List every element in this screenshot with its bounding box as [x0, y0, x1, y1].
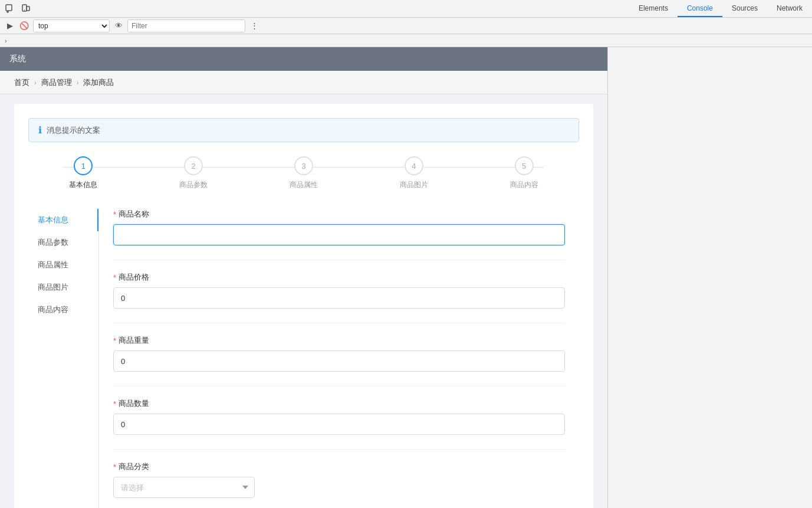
devtools-bar3: › — [0, 34, 812, 47]
field-price: * 商品价格 — [113, 272, 565, 309]
steps: 1 基本信息 2 商品参数 3 — [28, 156, 579, 190]
input-price[interactable] — [113, 287, 565, 309]
app-titlebar: 系统 — [0, 47, 607, 71]
label-name: * 商品名称 — [113, 209, 565, 219]
field-name: * 商品名称 — [113, 209, 565, 245]
label-price: * 商品价格 — [113, 272, 565, 283]
svg-rect-0 — [6, 5, 12, 11]
svg-rect-4 — [27, 6, 29, 11]
nav-item-content[interactable]: 商品内容 — [28, 299, 98, 321]
step-circle-4: 4 — [405, 156, 423, 175]
input-name[interactable] — [113, 224, 565, 245]
app-title: 系统 — [9, 54, 26, 64]
step-label-5: 商品内容 — [510, 180, 538, 190]
nav-item-images[interactable]: 商品图片 — [28, 276, 98, 299]
divider-4 — [113, 449, 565, 450]
required-star-name: * — [113, 210, 116, 219]
breadcrumb: 首页 › 商品管理 › 添加商品 — [0, 71, 607, 94]
required-star-quantity: * — [113, 399, 116, 408]
select-category[interactable]: 请选择 — [113, 477, 255, 498]
info-banner: ℹ 消息提示的文案 — [28, 118, 579, 142]
breadcrumb-home[interactable]: 首页 — [14, 77, 29, 88]
nav-item-params[interactable]: 商品参数 — [28, 231, 98, 254]
form-layout: 基本信息 商品参数 商品属性 商品图片 商品内容 * — [28, 209, 579, 508]
step-2[interactable]: 2 商品参数 — [139, 156, 249, 190]
step-circle-1: 1 — [74, 156, 93, 175]
step-label-3: 商品属性 — [290, 180, 318, 190]
divider-2 — [113, 323, 565, 323]
field-category: * 商品分类 请选择 — [113, 461, 565, 498]
step-circle-5: 5 — [515, 156, 534, 175]
divider-3 — [113, 386, 565, 386]
device-icon[interactable] — [20, 4, 31, 14]
label-weight: * 商品重量 — [113, 335, 565, 346]
breadcrumb-parent[interactable]: 商品管理 — [41, 77, 72, 88]
divider-1 — [113, 260, 565, 260]
tab-network[interactable]: Network — [767, 0, 812, 17]
field-weight: * 商品重量 — [113, 335, 565, 372]
context-selector[interactable]: top — [33, 19, 110, 32]
form-right: * 商品名称 * 商品价格 — [99, 209, 579, 508]
required-star-category: * — [113, 463, 116, 471]
filter-input[interactable] — [127, 19, 245, 32]
page-content: ℹ 消息提示的文案 1 基本信息 2 — [0, 94, 607, 508]
step-1[interactable]: 1 基本信息 — [28, 156, 139, 190]
step-circle-2: 2 — [184, 156, 203, 175]
step-3[interactable]: 3 商品属性 — [249, 156, 359, 190]
eye-icon[interactable]: 👁 — [113, 21, 124, 31]
nav-item-attrs[interactable]: 商品属性 — [28, 254, 98, 276]
label-category: * 商品分类 — [113, 461, 565, 472]
required-star-weight: * — [113, 336, 116, 345]
info-icon: ℹ — [38, 124, 42, 136]
app-pane: 系统 首页 › 商品管理 › 添加商品 ℹ 消息提示的文案 — [0, 47, 607, 508]
step-circle-3: 3 — [294, 156, 313, 175]
dots-icon[interactable]: ⋮ — [249, 21, 259, 31]
label-quantity: * 商品数量 — [113, 398, 565, 409]
info-banner-text: 消息提示的文案 — [47, 125, 100, 136]
devtools-tabs: Elements Console Sources Network — [629, 0, 812, 17]
devtools-icons-left — [0, 4, 35, 14]
breadcrumb-current: 添加商品 — [83, 77, 114, 88]
required-star-price: * — [113, 273, 116, 282]
stop-icon[interactable]: 🚫 — [19, 21, 29, 31]
devtools-panel — [607, 47, 812, 508]
tab-elements[interactable]: Elements — [629, 0, 678, 17]
step-label-2: 商品参数 — [179, 180, 208, 190]
step-4[interactable]: 4 商品图片 — [359, 156, 469, 190]
main-card: ℹ 消息提示的文案 1 基本信息 2 — [14, 104, 593, 508]
tab-console[interactable]: Console — [678, 0, 722, 17]
breadcrumb-sep1: › — [34, 79, 37, 86]
expand-arrow-icon[interactable]: › — [5, 37, 7, 44]
play-icon[interactable]: ▶ — [5, 21, 15, 31]
field-quantity: * 商品数量 — [113, 398, 565, 435]
input-quantity[interactable] — [113, 414, 565, 435]
form-left-nav: 基本信息 商品参数 商品属性 商品图片 商品内容 — [28, 209, 99, 508]
breadcrumb-sep2: › — [77, 79, 79, 86]
step-label-4: 商品图片 — [400, 180, 428, 190]
nav-item-basic[interactable]: 基本信息 — [28, 209, 98, 231]
devtools-bar2: ▶ 🚫 top 👁 ⋮ — [0, 18, 812, 34]
devtools-topbar: Elements Console Sources Network — [0, 0, 812, 18]
tab-sources[interactable]: Sources — [722, 0, 767, 17]
step-5[interactable]: 5 商品内容 — [469, 156, 579, 190]
step-label-1: 基本信息 — [69, 180, 97, 190]
inspect-icon[interactable] — [5, 4, 15, 14]
input-weight[interactable] — [113, 350, 565, 372]
